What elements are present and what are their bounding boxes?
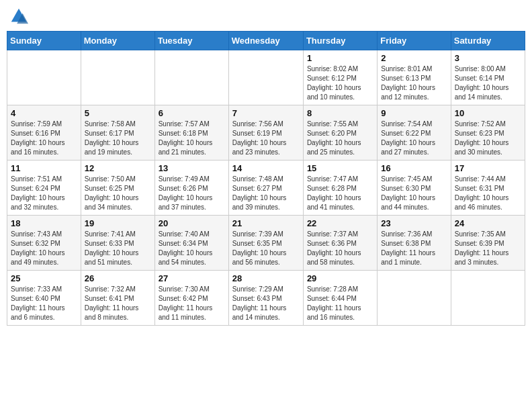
day-number: 25 [11,273,77,283]
calendar-day-19: 19Sunrise: 7:41 AM Sunset: 6:33 PM Dayli… [81,216,154,271]
day-info: Sunrise: 7:51 AM Sunset: 6:24 PM Dayligh… [11,175,77,212]
calendar-day-2: 2Sunrise: 8:01 AM Sunset: 6:13 PM Daylig… [378,50,451,105]
day-number: 13 [159,163,225,173]
day-info: Sunrise: 7:49 AM Sunset: 6:26 PM Dayligh… [159,175,225,212]
calendar-day-20: 20Sunrise: 7:40 AM Sunset: 6:34 PM Dayli… [154,216,228,271]
day-info: Sunrise: 7:35 AM Sunset: 6:39 PM Dayligh… [455,230,521,267]
calendar-day-14: 14Sunrise: 7:48 AM Sunset: 6:27 PM Dayli… [228,161,303,216]
day-number: 7 [232,108,300,118]
day-number: 24 [455,218,521,228]
day-number: 15 [307,163,373,173]
day-number: 14 [232,163,300,173]
day-number: 11 [11,163,77,173]
weekday-header-tuesday: Tuesday [154,32,228,50]
calendar-week-row: 18Sunrise: 7:43 AM Sunset: 6:32 PM Dayli… [7,216,525,271]
day-info: Sunrise: 8:00 AM Sunset: 6:14 PM Dayligh… [455,64,521,102]
weekday-header-monday: Monday [81,32,154,50]
calendar-day-24: 24Sunrise: 7:35 AM Sunset: 6:39 PM Dayli… [451,216,525,271]
calendar-day-9: 9Sunrise: 7:54 AM Sunset: 6:22 PM Daylig… [378,105,451,161]
day-info: Sunrise: 7:56 AM Sunset: 6:19 PM Dayligh… [232,120,300,157]
calendar-day-10: 10Sunrise: 7:52 AM Sunset: 6:23 PM Dayli… [451,105,525,161]
day-number: 10 [455,108,521,118]
day-number: 8 [307,108,373,118]
calendar-day-8: 8Sunrise: 7:55 AM Sunset: 6:20 PM Daylig… [303,105,377,161]
weekday-header-sunday: Sunday [7,32,81,50]
calendar-day-12: 12Sunrise: 7:50 AM Sunset: 6:25 PM Dayli… [81,161,154,216]
day-info: Sunrise: 7:43 AM Sunset: 6:32 PM Dayligh… [11,230,77,267]
calendar-day-29: 29Sunrise: 7:28 AM Sunset: 6:44 PM Dayli… [303,271,377,326]
day-info: Sunrise: 7:30 AM Sunset: 6:42 PM Dayligh… [159,285,225,322]
day-info: Sunrise: 7:44 AM Sunset: 6:31 PM Dayligh… [455,175,521,212]
day-number: 20 [159,218,225,228]
day-info: Sunrise: 7:32 AM Sunset: 6:41 PM Dayligh… [85,285,151,322]
day-number: 12 [85,163,151,173]
page-header [7,7,525,26]
day-info: Sunrise: 7:41 AM Sunset: 6:33 PM Dayligh… [85,230,151,267]
day-number: 23 [381,218,447,228]
day-info: Sunrise: 7:33 AM Sunset: 6:40 PM Dayligh… [11,285,77,322]
calendar-day-21: 21Sunrise: 7:39 AM Sunset: 6:35 PM Dayli… [228,216,303,271]
calendar-day-28: 28Sunrise: 7:29 AM Sunset: 6:43 PM Dayli… [228,271,303,326]
weekday-header-row: SundayMondayTuesdayWednesdayThursdayFrid… [7,32,525,50]
day-info: Sunrise: 7:57 AM Sunset: 6:18 PM Dayligh… [159,120,225,157]
day-info: Sunrise: 7:47 AM Sunset: 6:28 PM Dayligh… [307,175,373,212]
weekday-header-friday: Friday [378,32,451,50]
calendar-day-26: 26Sunrise: 7:32 AM Sunset: 6:41 PM Dayli… [81,271,154,326]
calendar-empty-cell [378,271,451,326]
calendar-day-5: 5Sunrise: 7:58 AM Sunset: 6:17 PM Daylig… [81,105,154,161]
calendar-empty-cell [154,50,228,105]
day-number: 2 [381,53,447,63]
day-number: 5 [85,108,151,118]
day-number: 26 [85,273,151,283]
day-info: Sunrise: 7:37 AM Sunset: 6:36 PM Dayligh… [307,230,373,267]
calendar-day-6: 6Sunrise: 7:57 AM Sunset: 6:18 PM Daylig… [154,105,228,161]
day-info: Sunrise: 7:39 AM Sunset: 6:35 PM Dayligh… [232,230,300,267]
calendar-day-15: 15Sunrise: 7:47 AM Sunset: 6:28 PM Dayli… [303,161,377,216]
weekday-header-thursday: Thursday [303,32,377,50]
calendar-empty-cell [7,50,81,105]
calendar-day-16: 16Sunrise: 7:45 AM Sunset: 6:30 PM Dayli… [378,161,451,216]
calendar-day-17: 17Sunrise: 7:44 AM Sunset: 6:31 PM Dayli… [451,161,525,216]
day-info: Sunrise: 7:50 AM Sunset: 6:25 PM Dayligh… [85,175,151,212]
calendar-week-row: 11Sunrise: 7:51 AM Sunset: 6:24 PM Dayli… [7,161,525,216]
calendar-empty-cell [228,50,303,105]
day-info: Sunrise: 7:54 AM Sunset: 6:22 PM Dayligh… [381,120,447,157]
day-number: 17 [455,163,521,173]
calendar-day-7: 7Sunrise: 7:56 AM Sunset: 6:19 PM Daylig… [228,105,303,161]
weekday-header-wednesday: Wednesday [228,32,303,50]
day-number: 29 [307,273,373,283]
calendar-day-4: 4Sunrise: 7:59 AM Sunset: 6:16 PM Daylig… [7,105,81,161]
day-info: Sunrise: 7:28 AM Sunset: 6:44 PM Dayligh… [307,285,373,322]
day-number: 3 [455,53,521,63]
logo [9,7,31,26]
day-number: 27 [159,273,225,283]
day-number: 28 [232,273,300,283]
day-info: Sunrise: 7:40 AM Sunset: 6:34 PM Dayligh… [159,230,225,267]
calendar-empty-cell [81,50,154,105]
day-number: 4 [11,108,77,118]
weekday-header-saturday: Saturday [451,32,525,50]
calendar-day-13: 13Sunrise: 7:49 AM Sunset: 6:26 PM Dayli… [154,161,228,216]
calendar-day-3: 3Sunrise: 8:00 AM Sunset: 6:14 PM Daylig… [451,50,525,105]
calendar-day-18: 18Sunrise: 7:43 AM Sunset: 6:32 PM Dayli… [7,216,81,271]
day-info: Sunrise: 7:45 AM Sunset: 6:30 PM Dayligh… [381,175,447,212]
day-info: Sunrise: 7:58 AM Sunset: 6:17 PM Dayligh… [85,120,151,157]
day-info: Sunrise: 7:52 AM Sunset: 6:23 PM Dayligh… [455,120,521,157]
day-info: Sunrise: 7:55 AM Sunset: 6:20 PM Dayligh… [307,120,373,157]
day-number: 18 [11,218,77,228]
day-number: 22 [307,218,373,228]
day-number: 21 [232,218,300,228]
calendar-table: SundayMondayTuesdayWednesdayThursdayFrid… [7,31,525,326]
calendar-day-27: 27Sunrise: 7:30 AM Sunset: 6:42 PM Dayli… [154,271,228,326]
day-number: 6 [159,108,225,118]
calendar-day-25: 25Sunrise: 7:33 AM Sunset: 6:40 PM Dayli… [7,271,81,326]
calendar-day-22: 22Sunrise: 7:37 AM Sunset: 6:36 PM Dayli… [303,216,377,271]
day-number: 1 [307,53,373,63]
day-info: Sunrise: 8:02 AM Sunset: 6:12 PM Dayligh… [307,64,373,102]
day-number: 19 [85,218,151,228]
day-number: 9 [381,108,447,118]
day-number: 16 [381,163,447,173]
calendar-day-11: 11Sunrise: 7:51 AM Sunset: 6:24 PM Dayli… [7,161,81,216]
calendar-empty-cell [451,271,525,326]
day-info: Sunrise: 7:29 AM Sunset: 6:43 PM Dayligh… [232,285,300,322]
